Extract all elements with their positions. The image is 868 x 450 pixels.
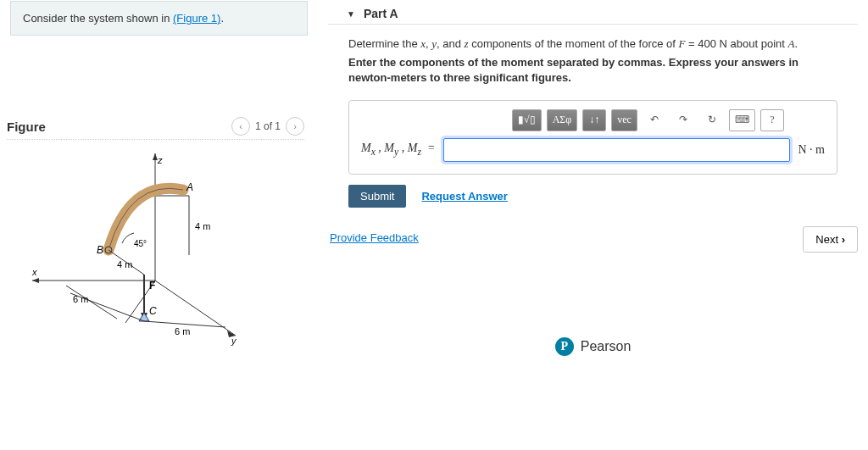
answer-label: Mx , My , Mz =	[361, 142, 435, 158]
answer-box: ▮√▯ ΑΣφ ↓↑ vec ↶ ↷ ↻ ⌨ ? Mx , My , Mz = …	[348, 100, 837, 175]
axis-x-label: x	[31, 267, 37, 277]
p-dot: .	[795, 37, 798, 50]
reset-button[interactable]: ↻	[700, 109, 724, 131]
figure-next-button[interactable]: ›	[286, 117, 304, 136]
dim-6m-a: 6 m	[73, 294, 88, 304]
figure-diagram: z x y A B C F 45° 4 m 4 m 6 m 6 m	[7, 145, 318, 348]
dim-4m-a: 4 m	[195, 221, 210, 231]
p1b: components of the moment of the force of	[469, 37, 679, 50]
var-a: A	[788, 37, 795, 50]
force-f-label: F	[149, 280, 155, 292]
collapse-icon[interactable]: ▼	[347, 9, 355, 19]
answer-units: N · m	[798, 143, 826, 157]
point-c-label: C	[149, 305, 157, 317]
prompt-instructions: Enter the components of the moment separ…	[348, 56, 798, 84]
equation-toolbar: ▮√▯ ΑΣφ ↓↑ vec ↶ ↷ ↻ ⌨ ?	[361, 109, 825, 131]
figure-pager-text: 1 of 1	[255, 120, 281, 132]
question-prompt: Determine the x, y, and z components of …	[325, 36, 861, 92]
consider-suffix: .	[220, 12, 224, 25]
axis-y-label: y	[231, 336, 237, 346]
figure-prev-button[interactable]: ‹	[231, 117, 250, 136]
undo-button[interactable]: ↶	[643, 109, 666, 131]
dim-6m-b: 6 m	[175, 326, 190, 336]
p1c: about point	[727, 37, 788, 50]
part-divider	[328, 24, 858, 25]
pearson-name: Pearson	[581, 339, 632, 354]
consider-text: Consider the system shown in	[23, 12, 173, 25]
redo-button[interactable]: ↷	[671, 109, 695, 131]
diagram-svg: z x y A B C F 45° 4 m 4 m 6 m 6 m	[7, 145, 253, 348]
greek-button[interactable]: ΑΣφ	[547, 109, 578, 131]
dim-4m-b: 4 m	[117, 259, 132, 269]
answer-input[interactable]	[443, 138, 789, 162]
point-b-label: B	[97, 244, 103, 256]
p-eq: = 400 N	[685, 37, 727, 50]
vector-button[interactable]: vec	[611, 109, 637, 131]
request-answer-link[interactable]: Request Answer	[421, 190, 507, 203]
angle-label: 45°	[134, 239, 147, 248]
provide-feedback-link[interactable]: Provide Feedback	[330, 231, 419, 244]
pearson-logo-icon: P	[555, 337, 574, 356]
figure-link[interactable]: (Figure 1)	[173, 12, 220, 25]
problem-statement-box: Consider the system shown in (Figure 1).	[10, 1, 308, 36]
keyboard-button[interactable]: ⌨	[729, 109, 755, 131]
point-a-label: A	[186, 181, 193, 193]
axis-z-label: z	[157, 155, 163, 165]
svg-marker-14	[32, 278, 39, 283]
s2: , and	[437, 37, 465, 50]
figure-divider	[7, 139, 304, 140]
figure-heading: Figure	[7, 119, 46, 134]
next-button[interactable]: Next ›	[803, 226, 858, 253]
chevron-right-icon: ›	[842, 233, 845, 246]
templates-button[interactable]: ▮√▯	[512, 109, 542, 131]
part-title: Part A	[364, 7, 398, 20]
subscript-button[interactable]: ↓↑	[582, 109, 606, 131]
brand-footer: P Pearson	[325, 337, 861, 363]
p1a: Determine the	[348, 37, 420, 50]
help-button[interactable]: ?	[760, 109, 784, 131]
submit-button[interactable]: Submit	[348, 185, 406, 208]
next-label: Next	[815, 233, 841, 246]
figure-pager: ‹ 1 of 1 ›	[231, 117, 304, 136]
